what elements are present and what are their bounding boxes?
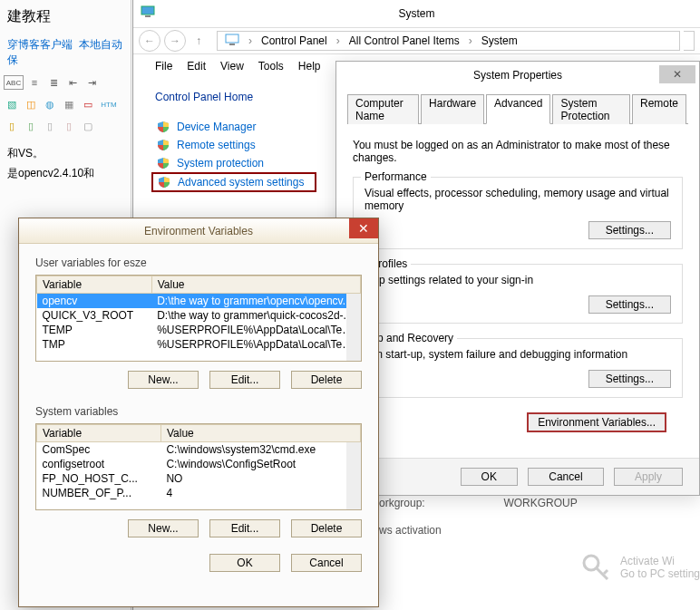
link-label: Device Manager [177, 121, 256, 133]
menu-help[interactable]: Help [298, 60, 321, 73]
toolbar-row-3: ▯ ▯ ▯ ▯ ▢ [0, 115, 131, 137]
control-panel-sidebar: Control Panel Home Device ManagerRemote … [133, 78, 324, 199]
var-name: TMP [37, 337, 152, 352]
sys-vars-table[interactable]: Variable Value ComSpecC:\windows\system3… [35, 423, 362, 510]
film-icon[interactable]: ▭ [80, 97, 96, 111]
var-name: FP_NO_HOST_C... [37, 471, 161, 486]
apply-button[interactable]: Apply [614, 468, 683, 486]
table-row[interactable]: ComSpecC:\windows\system32\cmd.exe [37, 442, 361, 458]
settings-button[interactable]: Settings... [588, 295, 671, 314]
svg-rect-1 [145, 15, 151, 17]
var-value: D:\the way to grammer\opencv\opencv... [151, 294, 360, 309]
menu-edit[interactable]: Edit [187, 60, 206, 73]
up-button[interactable]: ↑ [190, 34, 208, 47]
tab-system-protection[interactable]: System Protection [552, 94, 630, 124]
crumb-control-panel[interactable]: Control Panel [258, 34, 331, 47]
var-value: %USERPROFILE%\AppData\Local\Temp [151, 323, 360, 337]
list-ol-icon[interactable]: ≡ [26, 75, 43, 90]
ok-button[interactable]: OK [209, 554, 280, 572]
col-value[interactable]: Value [151, 276, 360, 294]
user-delete-button[interactable]: Delete [291, 371, 362, 389]
settings-button[interactable]: Settings... [588, 370, 671, 388]
sidebar-link-0[interactable]: Device Manager [151, 118, 316, 136]
col-value[interactable]: Value [160, 425, 360, 442]
tool-2-icon[interactable]: ▯ [23, 119, 39, 133]
var-value: 4 [160, 486, 360, 500]
list-ul-icon[interactable]: ≣ [45, 75, 62, 90]
tab-advanced[interactable]: Advanced [486, 94, 550, 124]
var-value: D:\the way to grammer\quick-cocos2d-... [151, 308, 360, 323]
shield-icon [158, 176, 170, 189]
activation-heading: ws activation [379, 524, 442, 537]
chevron-right-icon: › [245, 34, 256, 47]
image-icon[interactable]: ▧ [4, 97, 20, 111]
sys-new-button[interactable]: New... [128, 519, 199, 537]
html-icon[interactable]: HTM [99, 97, 119, 111]
indent-icon[interactable]: ⇥ [83, 75, 100, 90]
globe-icon[interactable]: ◍ [42, 97, 58, 111]
table-row[interactable]: NUMBER_OF_P...4 [37, 486, 361, 500]
environment-variables-button[interactable]: Environment Variables... [527, 412, 666, 432]
var-value: C:\windows\system32\cmd.exe [160, 442, 360, 458]
table-icon[interactable]: ▦ [61, 97, 77, 111]
sidebar-link-3[interactable]: Advanced system settings [151, 172, 316, 192]
link-label: System protection [177, 157, 264, 169]
crumb-all-items[interactable]: All Control Panel Items [345, 34, 463, 47]
link-label: Remote settings [177, 139, 256, 151]
table-row[interactable]: opencvD:\the way to grammer\opencv\openc… [37, 294, 361, 309]
sidebar-link-2[interactable]: System protection [151, 154, 316, 172]
table-row[interactable]: configsetrootC:\windows\ConfigSetRoot [37, 457, 361, 471]
tool-4-icon[interactable]: ▯ [61, 119, 77, 133]
editor-links: 穿博客客户端 本地自动保 [0, 34, 131, 72]
scrollbar[interactable] [346, 294, 361, 361]
sys-edit-button[interactable]: Edit... [209, 519, 280, 537]
dialog-title: System Properties [473, 69, 562, 82]
table-row[interactable]: QUICK_V3_ROOTD:\the way to grammer\quick… [37, 308, 361, 323]
tab-remote[interactable]: Remote [632, 94, 686, 124]
sidebar-link-1[interactable]: Remote settings [151, 136, 316, 154]
var-name: NUMBER_OF_P... [37, 486, 161, 500]
sys-delete-button[interactable]: Delete [291, 519, 362, 537]
var-name: QUICK_V3_ROOT [37, 308, 152, 323]
menu-tools[interactable]: Tools [258, 60, 284, 73]
link-label: Advanced system settings [178, 176, 304, 189]
window-titlebar: System [133, 0, 700, 27]
shield-icon [157, 157, 170, 169]
tab-hardware[interactable]: Hardware [421, 94, 484, 124]
ok-button[interactable]: OK [461, 468, 518, 486]
system-properties-dialog: System Properties ✕ Computer NameHardwar… [335, 61, 700, 496]
crumb-system[interactable]: System [478, 34, 521, 47]
group-label: Performance [361, 170, 431, 183]
svg-line-6 [604, 570, 608, 574]
forward-button[interactable]: → [164, 30, 186, 52]
user-edit-button[interactable]: Edit... [209, 371, 280, 389]
table-row[interactable]: TEMP%USERPROFILE%\AppData\Local\Temp [37, 323, 361, 337]
chart-icon[interactable]: ◫ [23, 97, 39, 111]
col-variable[interactable]: Variable [37, 425, 161, 442]
menu-view[interactable]: View [220, 60, 244, 73]
close-button[interactable]: ✕ [349, 218, 378, 238]
chevron-right-icon: › [465, 34, 476, 47]
var-name: ComSpec [37, 442, 161, 458]
cancel-button[interactable]: Cancel [291, 554, 362, 572]
table-row[interactable]: TMP%USERPROFILE%\AppData\Local\Temp [37, 337, 361, 352]
abc-icon[interactable]: ABC [4, 75, 24, 90]
table-row[interactable]: FP_NO_HOST_C...NO [37, 471, 361, 486]
scrollbar[interactable] [346, 442, 361, 509]
tool-3-icon[interactable]: ▯ [42, 119, 58, 133]
tool-1-icon[interactable]: ▯ [4, 119, 20, 133]
link-blog[interactable]: 穿博客客户端 [7, 38, 73, 51]
breadcrumb[interactable]: › Control Panel › All Control Panel Item… [217, 31, 680, 51]
outdent-icon[interactable]: ⇤ [64, 75, 81, 90]
search-input[interactable] [684, 31, 695, 51]
close-button[interactable]: ✕ [659, 65, 695, 83]
settings-button[interactable]: Settings... [588, 221, 671, 239]
tab-computer-name[interactable]: Computer Name [347, 94, 419, 124]
user-vars-table[interactable]: Variable Value opencvD:\the way to gramm… [35, 275, 362, 362]
col-variable[interactable]: Variable [37, 276, 152, 294]
cancel-button[interactable]: Cancel [528, 468, 603, 486]
menu-file[interactable]: File [155, 60, 172, 73]
user-new-button[interactable]: New... [128, 371, 199, 389]
tool-5-icon[interactable]: ▢ [80, 119, 96, 133]
back-button[interactable]: ← [139, 30, 160, 52]
